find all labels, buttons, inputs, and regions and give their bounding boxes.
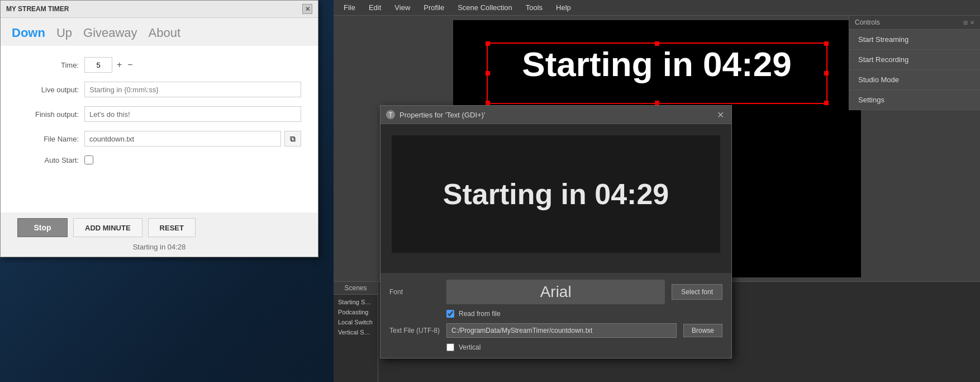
- dialog-close-btn[interactable]: ✕: [715, 109, 726, 120]
- preview-timer-text: Starting in 04:29: [453, 47, 861, 82]
- auto-start-checkbox[interactable]: [84, 155, 93, 164]
- scene-item-2[interactable]: Local Switch: [336, 317, 375, 327]
- nav-item-up[interactable]: Up: [56, 26, 72, 40]
- time-decrement-btn[interactable]: −: [126, 60, 134, 70]
- dialog-controls: Font Arial Select font Read from file Te…: [380, 273, 731, 358]
- obs-right-panel: Controls ⊞ ✕ Start Streaming Start Recor…: [849, 16, 980, 110]
- scene-item-1[interactable]: Podcasting: [336, 307, 375, 317]
- menu-scene-collection[interactable]: Scene Collection: [452, 1, 518, 14]
- stop-btn[interactable]: Stop: [17, 218, 68, 237]
- nav-item-about[interactable]: About: [149, 26, 181, 40]
- vertical-label: Vertical: [459, 343, 481, 351]
- time-row: Time: 5 + −: [17, 57, 301, 73]
- file-name-label: File Name:: [17, 135, 79, 143]
- nav-item-giveaway[interactable]: Giveaway: [83, 26, 137, 40]
- vertical-checkbox[interactable]: [446, 343, 454, 351]
- timer-close-btn[interactable]: ✕: [302, 4, 312, 14]
- handle-bm[interactable]: [655, 101, 659, 105]
- text-file-input[interactable]: [446, 323, 677, 338]
- stream-timer-window: MY STREAM TIMER ✕ Down Up Giveaway About…: [0, 0, 318, 257]
- action-buttons-row: Stop ADD MINUTE RESET: [1, 213, 318, 243]
- scenes-header: Scenes: [334, 282, 378, 295]
- auto-start-label: Auto Start:: [17, 156, 79, 164]
- handle-tr[interactable]: [824, 41, 829, 46]
- time-label: Time:: [17, 61, 79, 69]
- file-input-group: ⧉: [84, 131, 301, 147]
- reset-btn[interactable]: RESET: [148, 218, 196, 237]
- file-name-row: File Name: ⧉: [17, 131, 301, 147]
- dialog-content: Starting in 04:29: [380, 124, 731, 273]
- live-output-input[interactable]: [84, 82, 301, 97]
- text-file-label: Text File (UTF-8): [389, 327, 440, 334]
- timer-titlebar: MY STREAM TIMER ✕: [1, 1, 318, 18]
- text-file-row: Text File (UTF-8) Browse: [389, 323, 722, 338]
- dialog-titlebar: T Properties for 'Text (GDI+)' ✕: [380, 106, 731, 124]
- finish-output-input[interactable]: [84, 106, 301, 122]
- controls-header: Controls ⊞ ✕: [849, 16, 980, 30]
- timer-form: Time: 5 + − Live output: Finish output: …: [1, 46, 318, 213]
- dialog-title: T Properties for 'Text (GDI+)': [386, 110, 485, 119]
- scene-list: Starting Soc... Podcasting Local Switch …: [334, 295, 378, 382]
- properties-dialog: T Properties for 'Text (GDI+)' ✕ Startin…: [380, 105, 732, 359]
- read-from-file-checkbox[interactable]: [446, 310, 454, 318]
- menu-help[interactable]: Help: [550, 1, 577, 14]
- panel-icon-1: ⊞: [963, 20, 968, 26]
- font-row: Font Arial Select font: [389, 280, 722, 304]
- panel-icon-2: ✕: [970, 20, 974, 26]
- dialog-preview: Starting in 04:29: [392, 135, 720, 253]
- start-recording-btn[interactable]: Start Recording: [849, 50, 980, 70]
- scene-item-3[interactable]: Vertical Swit...: [336, 327, 375, 337]
- font-label: Font: [389, 288, 440, 296]
- timer-nav: Down Up Giveaway About: [1, 18, 318, 46]
- menu-profile[interactable]: Profile: [418, 1, 450, 14]
- settings-btn[interactable]: Settings: [849, 90, 980, 110]
- add-minute-btn[interactable]: ADD MINUTE: [73, 218, 142, 237]
- finish-output-row: Finish output:: [17, 106, 301, 122]
- obs-menubar: File Edit View Profile Scene Collection …: [334, 0, 980, 16]
- time-input-group: 5 + −: [84, 57, 134, 73]
- vertical-row: Vertical: [389, 343, 722, 351]
- timer-status: Starting in 04:28: [1, 243, 318, 257]
- read-from-file-label: Read from file: [459, 310, 501, 318]
- finish-output-label: Finish output:: [17, 110, 79, 119]
- nav-item-down[interactable]: Down: [12, 26, 45, 40]
- controls-header-icons: ⊞ ✕: [963, 20, 974, 26]
- read-from-file-row: Read from file: [389, 310, 722, 318]
- time-increment-btn[interactable]: +: [116, 60, 123, 70]
- dialog-icon: T: [386, 110, 395, 119]
- menu-file[interactable]: File: [338, 1, 361, 14]
- handle-tl[interactable]: [486, 41, 490, 46]
- start-streaming-btn[interactable]: Start Streaming: [849, 30, 980, 50]
- live-output-label: Live output:: [17, 86, 79, 94]
- read-from-file-group: Read from file: [446, 310, 501, 318]
- menu-edit[interactable]: Edit: [363, 1, 387, 14]
- handle-br[interactable]: [824, 101, 829, 105]
- handle-bl[interactable]: [486, 101, 490, 105]
- timer-title: MY STREAM TIMER: [6, 5, 69, 13]
- scene-item-0[interactable]: Starting Soc...: [336, 297, 375, 307]
- menu-tools[interactable]: Tools: [520, 1, 548, 14]
- scenes-panel: Scenes Starting Soc... Podcasting Local …: [334, 282, 378, 382]
- browse-btn[interactable]: Browse: [683, 324, 722, 337]
- live-output-row: Live output:: [17, 82, 301, 97]
- vertical-group: Vertical: [446, 343, 481, 351]
- dialog-title-text: Properties for 'Text (GDI+)': [399, 111, 485, 119]
- menu-view[interactable]: View: [389, 1, 416, 14]
- copy-path-btn[interactable]: ⧉: [284, 131, 301, 147]
- dialog-preview-text: Starting in 04:29: [443, 177, 669, 211]
- select-font-btn[interactable]: Select font: [672, 284, 722, 300]
- controls-label: Controls: [855, 18, 880, 26]
- file-name-input[interactable]: [84, 131, 281, 147]
- studio-mode-btn[interactable]: Studio Mode: [849, 70, 980, 90]
- font-display: Arial: [446, 280, 665, 304]
- time-value: 5: [84, 57, 112, 73]
- auto-start-row: Auto Start:: [17, 155, 301, 164]
